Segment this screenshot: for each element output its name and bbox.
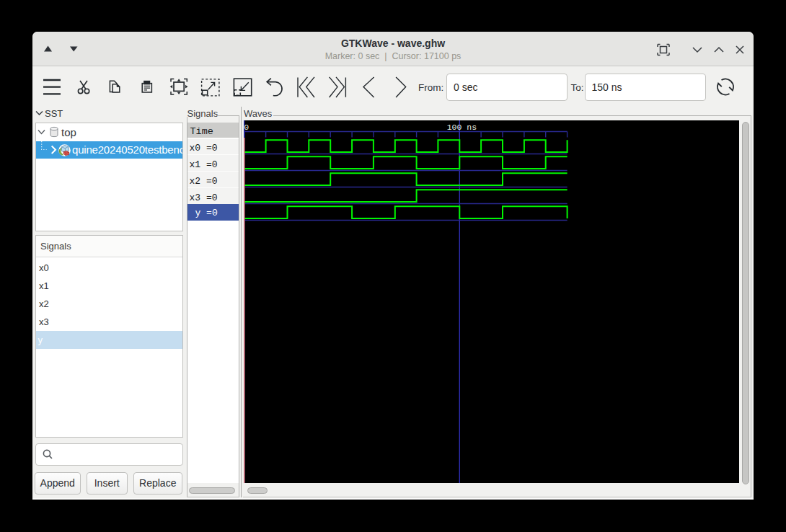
svg-text:0: 0 bbox=[244, 123, 249, 132]
svg-text:100 ns: 100 ns bbox=[446, 123, 476, 132]
